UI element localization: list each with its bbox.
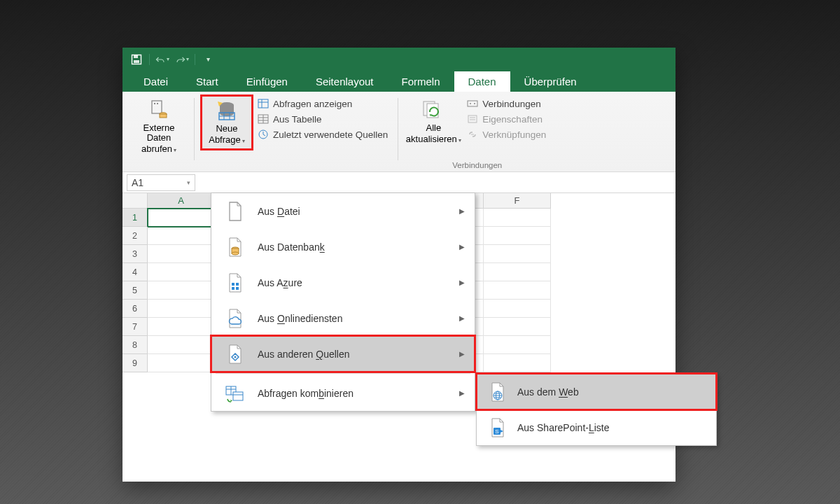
label: Aus Tabelle (273, 114, 322, 125)
menu-item-label: Aus anderen Quellen (258, 349, 350, 360)
quick-access-toolbar: ▾ ▾ ▾ (122, 48, 676, 71)
formula-bar: A1 ▾ (122, 172, 676, 193)
neue-abfrage-label-2: Abfrage▾ (209, 135, 245, 146)
svg-rect-25 (468, 101, 477, 106)
menu-item[interactable]: Aus Azure▶ (211, 265, 475, 300)
group-verbindungen: Alle aktualisieren▾ Verbindungen Eigensc… (401, 96, 553, 171)
row-header[interactable]: 9 (122, 354, 148, 372)
svg-rect-28 (468, 115, 477, 122)
save-icon[interactable] (130, 52, 144, 66)
cell[interactable] (484, 336, 551, 354)
tab-seitenlayout[interactable]: Seitenlayout (302, 71, 388, 92)
label: Eigenschaften (482, 114, 542, 125)
redo-icon[interactable]: ▾ (175, 52, 189, 66)
submenu-item-label: Aus SharePoint-Liste (517, 422, 610, 433)
cell[interactable] (484, 227, 551, 245)
row-header[interactable]: 1 (122, 209, 148, 227)
row-header[interactable]: 4 (122, 263, 148, 281)
externe-daten-label-2: abrufen▾ (141, 144, 176, 155)
tab-ueberpruefen[interactable]: Überprüfen (510, 71, 591, 92)
svg-rect-3 (152, 101, 162, 113)
svg-rect-36 (236, 283, 239, 286)
submenu-item[interactable]: Aus dem Web (477, 374, 716, 410)
tab-datei[interactable]: Datei (130, 71, 182, 92)
group-verbindungen-label: Verbindungen (405, 160, 549, 171)
select-all-corner[interactable] (122, 193, 148, 209)
aus-tabelle-button[interactable]: Aus Tabelle (255, 113, 391, 125)
cell[interactable] (148, 263, 215, 281)
svg-point-10 (220, 111, 234, 116)
submenu-arrow-icon: ▶ (459, 207, 465, 215)
cell[interactable] (148, 227, 215, 245)
cell[interactable] (148, 300, 215, 318)
row-header[interactable]: 6 (122, 300, 148, 318)
web-icon (489, 382, 506, 402)
menu-item[interactable]: Aus Datenbank▶ (211, 229, 475, 265)
cell[interactable] (484, 354, 551, 372)
tab-formeln[interactable]: Formeln (388, 71, 454, 92)
name-box-dropdown-icon[interactable]: ▾ (187, 179, 190, 186)
menu-item[interactable]: Aus Datei▶ (211, 193, 475, 229)
tab-daten[interactable]: Daten (454, 71, 510, 92)
sp-icon: S (489, 417, 506, 438)
external-data-icon (147, 98, 171, 122)
cell[interactable] (484, 318, 551, 336)
connections-small-buttons: Verbindungen Eigenschaften Verknüpfungen (464, 96, 549, 141)
col-header[interactable]: A (148, 193, 215, 209)
cell[interactable] (148, 336, 215, 354)
cell[interactable] (148, 245, 215, 263)
menu-item[interactable]: Aus anderen Quellen▶ (211, 336, 475, 372)
recent-sources-icon (258, 129, 269, 140)
alle-akt-label-1: Alle (426, 123, 442, 133)
svg-text:S: S (495, 428, 498, 435)
cell[interactable] (484, 209, 551, 227)
ribbon-tabs: Datei Start Einfügen Seitenlayout Formel… (122, 71, 676, 92)
neue-abfrage-button[interactable]: Neue Abfrage▾ (202, 96, 252, 149)
zuletzt-verwendete-quellen-button[interactable]: Zuletzt verwendete Quellen (255, 128, 391, 141)
submenu-arrow-icon: ▶ (459, 279, 465, 286)
cell[interactable] (148, 209, 215, 227)
externe-daten-abrufen-button[interactable]: Externe Daten abrufen▾ (131, 96, 187, 158)
tab-start[interactable]: Start (182, 71, 232, 92)
row-header[interactable]: 3 (122, 245, 148, 263)
svg-point-39 (234, 356, 237, 358)
abfragen-anzeigen-button[interactable]: Abfragen anzeigen (255, 97, 391, 110)
label: Abfragen anzeigen (273, 99, 352, 109)
verknuepfungen-button: Verknüpfungen (464, 128, 549, 141)
cell[interactable] (484, 300, 551, 318)
menu-item[interactable]: Aus Onlinediensten▶ (211, 300, 475, 336)
show-queries-icon (258, 98, 269, 109)
tab-einfuegen[interactable]: Einfügen (232, 71, 302, 92)
row-header[interactable]: 2 (122, 227, 148, 245)
name-box[interactable]: A1 ▾ (127, 174, 195, 191)
cell[interactable] (148, 318, 215, 336)
svg-rect-7 (160, 114, 167, 118)
cell[interactable] (484, 281, 551, 300)
combine-icon (224, 380, 246, 407)
neue-abfrage-menu: Aus Datei▶Aus Datenbank▶Aus Azure▶Aus On… (211, 192, 475, 412)
azure-icon (224, 270, 246, 296)
eigenschaften-button: Eigenschaften (464, 113, 549, 125)
cell[interactable] (148, 281, 215, 300)
alle-aktualisieren-button[interactable]: Alle aktualisieren▾ (405, 96, 461, 148)
row-header[interactable]: 8 (122, 336, 148, 354)
name-box-value: A1 (132, 177, 144, 188)
col-header[interactable]: F (484, 193, 551, 209)
qat-customize-icon[interactable]: ▾ (201, 52, 215, 66)
externe-daten-label-1: Externe Daten (132, 123, 186, 143)
cell[interactable] (148, 354, 215, 372)
properties-icon (467, 113, 478, 125)
cell[interactable] (484, 245, 551, 263)
svg-rect-15 (258, 99, 268, 108)
undo-icon[interactable]: ▾ (155, 52, 169, 66)
new-query-icon (215, 99, 239, 122)
qat-separator (195, 54, 195, 65)
svg-rect-1 (134, 55, 138, 58)
menu-item[interactable]: Abfragen kombinieren▶ (211, 375, 475, 411)
cell[interactable] (484, 263, 551, 281)
row-header[interactable]: 7 (122, 318, 148, 336)
svg-rect-2 (134, 60, 139, 63)
verbindungen-button[interactable]: Verbindungen (464, 97, 549, 110)
submenu-item[interactable]: SAus SharePoint-Liste (477, 410, 716, 445)
row-header[interactable]: 5 (122, 281, 148, 300)
